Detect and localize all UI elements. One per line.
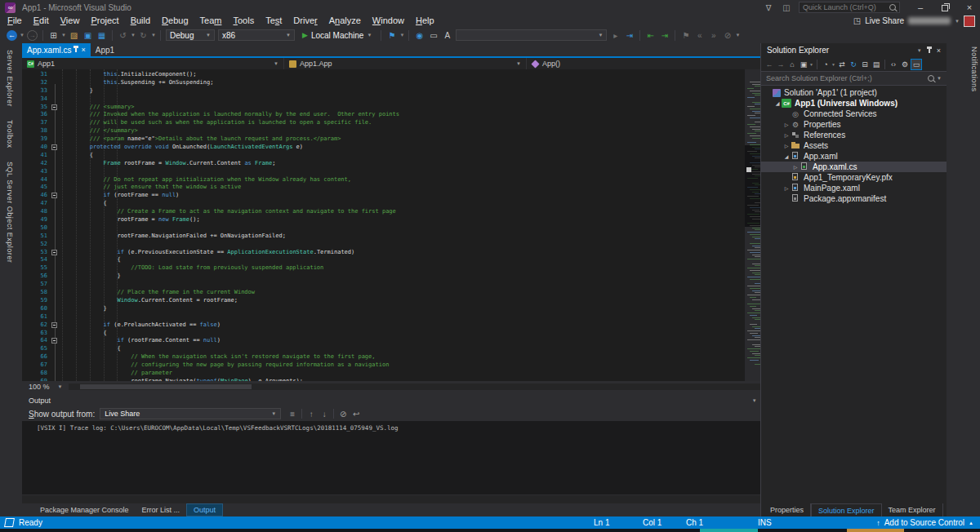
pin-tab-icon[interactable] xyxy=(75,47,77,52)
window-position-caret-icon[interactable]: ▼ xyxy=(752,398,757,403)
panel-tab-output[interactable]: Output xyxy=(186,503,223,516)
search-options-caret-icon[interactable]: ▼ xyxy=(937,76,942,81)
sidebar-tab-sql-server-object-explorer[interactable]: SQL Server Object Explorer xyxy=(6,155,14,269)
panel-tab-error-list-[interactable]: Error List ... xyxy=(136,503,187,516)
zoom-control[interactable]: 100 % ▼ xyxy=(22,383,69,391)
fold-collapse-icon[interactable] xyxy=(51,338,57,344)
solution-explorer-search-input[interactable]: Search Solution Explorer (Ctrl+;) ▼ xyxy=(761,71,947,86)
menu-file[interactable]: File xyxy=(2,15,28,27)
user-avatar[interactable] xyxy=(964,16,975,27)
dropdown-caret-icon[interactable]: ▼ xyxy=(734,33,741,38)
find-in-files-icon[interactable]: ⇥ xyxy=(622,29,636,42)
window-position-caret-icon[interactable]: ▼ xyxy=(917,48,922,53)
start-debugging-button[interactable]: ▶Local Machine▼ xyxy=(296,28,377,42)
pending-changes-filter-icon[interactable]: ◔ xyxy=(820,59,831,70)
menu-tools[interactable]: Tools xyxy=(227,15,260,27)
breadcrumb-member[interactable]: App()▼ xyxy=(527,58,782,69)
find-expand-icon[interactable]: ▸ xyxy=(608,29,622,42)
previous-message-icon[interactable]: ↑ xyxy=(305,410,318,419)
menu-team[interactable]: Team xyxy=(194,15,228,27)
menu-test[interactable]: Test xyxy=(260,15,287,27)
menu-help[interactable]: Help xyxy=(410,15,440,27)
redo-icon[interactable]: ↻ xyxy=(136,29,150,42)
tree-item-connected-services[interactable]: ◎Connected Services xyxy=(761,109,947,119)
new-project-icon[interactable]: ⊞ xyxy=(47,29,60,42)
fold-collapse-icon[interactable] xyxy=(51,250,57,255)
switch-views-icon[interactable]: ▣ xyxy=(798,59,809,70)
send-feedback-icon[interactable]: ◫ xyxy=(781,3,792,12)
dropdown-caret-icon[interactable]: ▼ xyxy=(399,33,405,38)
panel-tab-package-manager-console[interactable]: Package Manager Console xyxy=(33,503,136,516)
sync-with-active-document-icon[interactable]: ⇄ xyxy=(836,59,848,70)
tree-item-properties[interactable]: ▷⚙Properties xyxy=(761,119,947,130)
user-name-redacted[interactable] xyxy=(908,17,951,24)
tree-item-app1-temporarykey-pfx[interactable]: App1_TemporaryKey.pfx xyxy=(761,172,947,183)
menu-debug[interactable]: Debug xyxy=(156,15,194,27)
breadcrumb-project[interactable]: C#App1▼ xyxy=(22,58,284,69)
navigate-backward-icon[interactable]: ← xyxy=(7,30,17,41)
feedback-filter-icon[interactable]: ∇ xyxy=(763,3,774,12)
menu-window[interactable]: Window xyxy=(367,15,410,27)
solution-platforms-dropdown[interactable]: x86▼ xyxy=(218,29,295,41)
live-share-button[interactable]: Live Share xyxy=(865,16,904,25)
save-icon[interactable]: ▣ xyxy=(81,29,95,42)
clear-all-icon[interactable]: ⊘ xyxy=(336,410,350,419)
feedback-bubble-icon[interactable]: ▭ xyxy=(426,29,440,42)
properties-icon[interactable]: ⚙ xyxy=(899,59,911,70)
find-combobox[interactable]: ▼ xyxy=(456,29,607,41)
previous-bookmark-icon[interactable]: « xyxy=(693,29,706,42)
add-to-source-control-button[interactable]: ↑ Add to Source Control ▲ xyxy=(876,516,973,529)
dropdown-caret-icon[interactable]: ▼ xyxy=(60,33,67,38)
navigate-forward-icon[interactable]: → xyxy=(775,59,786,70)
dropdown-caret-icon[interactable]: ▼ xyxy=(19,33,25,38)
undo-icon[interactable]: ↺ xyxy=(116,29,130,42)
expanded-arrow-icon[interactable]: ◢ xyxy=(773,100,782,106)
tree-item-app-xaml[interactable]: ◢App.xaml xyxy=(761,151,947,162)
user-dropdown-caret-icon[interactable]: ▼ xyxy=(955,19,960,24)
refresh-icon[interactable]: ↻ xyxy=(848,59,859,70)
home-icon[interactable]: ⌂ xyxy=(786,59,798,70)
horizontal-scrollbar-thumb[interactable] xyxy=(80,384,252,389)
save-all-icon[interactable]: ▦ xyxy=(95,29,109,42)
live-share-session-icon[interactable]: ◉ xyxy=(412,29,426,42)
menu-edit[interactable]: Edit xyxy=(28,15,55,27)
restore-button[interactable] xyxy=(936,0,954,15)
tree-item-references[interactable]: ▷References xyxy=(761,130,947,140)
tree-item-solution-app1-1-project-[interactable]: Solution 'App1' (1 project) xyxy=(761,87,947,98)
tree-item-mainpage-xaml[interactable]: ▷MainPage.xaml xyxy=(761,183,947,193)
fold-collapse-icon[interactable] xyxy=(51,322,57,328)
close-button[interactable]: × xyxy=(960,0,978,15)
output-source-dropdown[interactable]: Live Share ▼ xyxy=(100,408,281,419)
horizontal-scrollbar[interactable] xyxy=(69,383,781,390)
tab-app1[interactable]: App1 xyxy=(91,43,119,56)
collapsed-arrow-icon[interactable]: ▷ xyxy=(791,164,800,170)
preview-selected-items-icon[interactable]: ▭ xyxy=(911,59,922,70)
show-all-files-icon[interactable]: ▤ xyxy=(871,59,882,70)
menu-analyze[interactable]: Analyze xyxy=(323,15,367,27)
menu-view[interactable]: View xyxy=(55,15,86,27)
solution-configurations-dropdown[interactable]: Debug▼ xyxy=(166,29,215,41)
collapsed-arrow-icon[interactable]: ▷ xyxy=(782,132,791,138)
expanded-arrow-icon[interactable]: ◢ xyxy=(782,153,791,159)
view-code-icon[interactable]: ‹› xyxy=(888,59,899,70)
dropdown-caret-icon[interactable]: ▼ xyxy=(130,33,136,38)
collapsed-arrow-icon[interactable]: ▷ xyxy=(782,185,791,191)
close-panel-icon[interactable]: × xyxy=(937,47,941,55)
toggle-bookmark-icon[interactable]: ⚑ xyxy=(679,29,693,42)
next-message-icon[interactable]: ↓ xyxy=(318,410,331,419)
go-to-definition-icon[interactable]: ⇥ xyxy=(657,29,671,42)
quick-launch-input[interactable]: Quick Launch (Ctrl+Q) xyxy=(799,2,900,13)
navigate-to-icon[interactable]: ⇤ xyxy=(644,29,657,42)
find-message-icon[interactable]: ≡ xyxy=(286,410,299,419)
panel-tab-properties[interactable]: Properties xyxy=(764,503,811,516)
clear-bookmarks-icon[interactable]: ⊘ xyxy=(720,29,734,42)
collapsed-arrow-icon[interactable]: ▷ xyxy=(782,122,791,127)
profiler-flag-icon[interactable]: ⚑ xyxy=(385,29,399,42)
fold-collapse-icon[interactable] xyxy=(51,193,57,198)
next-bookmark-icon[interactable]: » xyxy=(706,29,720,42)
fold-collapse-icon[interactable] xyxy=(51,104,57,110)
code-editor[interactable]: 31 this.InitializeComponent();32 this.Su… xyxy=(22,69,782,381)
sidebar-tab-server-explorer[interactable]: Server Explorer xyxy=(6,43,14,113)
sidebar-tab-notifications[interactable]: Notifications xyxy=(970,43,978,99)
tree-item-assets[interactable]: ▷Assets xyxy=(761,140,947,151)
